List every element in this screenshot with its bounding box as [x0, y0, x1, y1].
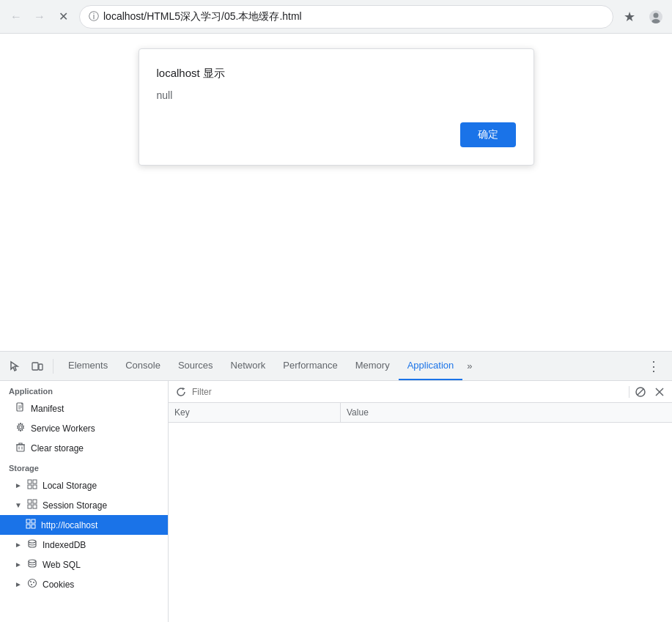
close-icon: [654, 387, 665, 397]
dialog-overlay: localhost 显示 null 确定: [0, 34, 672, 351]
address-bar[interactable]: ⓘ localhost/HTML5深入学习/05.本地缓存.html: [79, 5, 613, 29]
page-content: localhost 显示 null 确定: [0, 34, 672, 351]
profile-button[interactable]: [646, 7, 666, 27]
sidebar-item-service-workers[interactable]: Service Workers: [0, 418, 168, 438]
tab-network[interactable]: Network: [222, 352, 275, 380]
tab-console[interactable]: Console: [117, 352, 169, 380]
svg-line-35: [638, 389, 643, 395]
device-icon: [32, 360, 43, 372]
expand-icon-local-storage: ►: [15, 481, 22, 489]
gear-icon: [15, 422, 26, 432]
svg-point-31: [33, 582, 34, 583]
device-toolbar-button[interactable]: [28, 357, 47, 376]
svg-rect-20: [33, 500, 37, 503]
tab-sources[interactable]: Sources: [169, 352, 222, 380]
tab-application[interactable]: Application: [399, 352, 463, 380]
bookmark-button[interactable]: ★: [619, 7, 640, 27]
table-header: Key Value: [169, 403, 672, 423]
tab-performance[interactable]: Performance: [274, 352, 346, 380]
tab-memory[interactable]: Memory: [347, 352, 399, 380]
filter-input[interactable]: [192, 387, 626, 397]
websql-db-icon: [27, 558, 37, 569]
grid-icon: [27, 479, 37, 489]
svg-marker-33: [182, 388, 185, 390]
sidebar-item-indexeddb[interactable]: ► IndexedDB: [0, 535, 168, 555]
refresh-icon: [176, 387, 186, 397]
local-storage-label: Local Storage: [43, 481, 97, 491]
storage-section-label: Storage: [0, 458, 168, 475]
svg-rect-21: [28, 505, 32, 508]
more-tabs-button[interactable]: »: [462, 352, 476, 380]
refresh-button[interactable]: [173, 384, 189, 400]
devtools-main-panel: Key Value: [169, 381, 672, 622]
svg-rect-22: [33, 505, 37, 508]
svg-rect-17: [28, 485, 32, 489]
clear-storage-label: Clear storage: [31, 443, 84, 453]
storage-table: Key Value: [169, 403, 672, 622]
svg-rect-26: [32, 525, 35, 528]
svg-point-28: [29, 560, 36, 563]
session-storage-label: Session Storage: [43, 500, 107, 511]
websql-label: Web SQL: [43, 560, 81, 570]
svg-point-27: [29, 540, 36, 543]
service-workers-icon: [15, 422, 26, 434]
back-button[interactable]: ←: [6, 7, 26, 27]
svg-rect-15: [28, 480, 32, 484]
expand-icon-websql: ►: [15, 560, 22, 569]
service-workers-label: Service Workers: [31, 423, 95, 434]
dialog-ok-button[interactable]: 确定: [460, 122, 516, 147]
security-icon: ⓘ: [89, 10, 99, 23]
sidebar-item-session-storage[interactable]: ▼ Session Storage: [0, 495, 168, 515]
block-icon: [635, 387, 646, 397]
devtools-menu-button[interactable]: ⋮: [641, 358, 666, 374]
sidebar-item-websql[interactable]: ► Web SQL: [0, 555, 168, 574]
svg-point-10: [19, 426, 22, 429]
dialog-buttons: 确定: [157, 122, 516, 147]
trash-icon: [15, 442, 26, 452]
sidebar-item-clear-storage[interactable]: Clear storage: [0, 438, 168, 458]
toolbar-divider: [53, 359, 53, 374]
svg-rect-18: [33, 485, 37, 489]
sidebar-item-local-storage[interactable]: ► Local Storage: [0, 475, 168, 495]
sidebar-item-localhost[interactable]: http://localhost: [0, 515, 168, 535]
filter-clear-button[interactable]: [632, 384, 649, 400]
manifest-icon: [15, 402, 26, 415]
cursor-icon: [10, 360, 21, 372]
forward-button[interactable]: →: [29, 7, 50, 27]
devtools-toolbar: Elements Console Sources Network Perform…: [0, 352, 672, 381]
sidebar-item-manifest[interactable]: Manifest: [0, 399, 168, 418]
localhost-label: http://localhost: [41, 520, 97, 530]
dialog-title: localhost 显示: [157, 67, 516, 81]
svg-point-30: [30, 581, 32, 582]
manifest-label: Manifest: [31, 404, 64, 414]
svg-rect-19: [28, 500, 32, 503]
session-grid-icon: [27, 499, 37, 509]
devtools-body: Application Manifest: [0, 381, 672, 622]
devtools-tabs: Elements Console Sources Network Perform…: [59, 352, 638, 380]
websql-icon: [26, 558, 38, 571]
filter-close-button[interactable]: [651, 384, 668, 400]
svg-rect-5: [39, 364, 43, 370]
column-value: Value: [341, 403, 672, 422]
cookies-icon: [26, 578, 38, 590]
local-storage-icon: [26, 479, 38, 492]
svg-rect-23: [26, 519, 30, 523]
address-text: localhost/HTML5深入学习/05.本地缓存.html: [103, 10, 604, 23]
svg-point-1: [654, 12, 659, 18]
cookies-label: Cookies: [43, 580, 74, 590]
sidebar-item-cookies[interactable]: ► Cookies: [0, 574, 168, 594]
file-icon: [15, 402, 26, 412]
reload-button[interactable]: ✕: [53, 7, 73, 27]
column-key: Key: [169, 403, 341, 422]
inspect-element-button[interactable]: [6, 357, 25, 376]
svg-point-32: [31, 584, 32, 585]
expand-icon-indexeddb: ►: [15, 541, 22, 549]
svg-rect-25: [26, 525, 30, 528]
localhost-storage-icon: [25, 519, 37, 531]
tab-elements[interactable]: Elements: [59, 352, 117, 380]
svg-point-2: [652, 19, 660, 23]
clear-storage-icon: [15, 442, 26, 454]
svg-rect-4: [32, 363, 38, 370]
indexeddb-label: IndexedDB: [43, 540, 86, 550]
svg-rect-16: [33, 480, 37, 484]
